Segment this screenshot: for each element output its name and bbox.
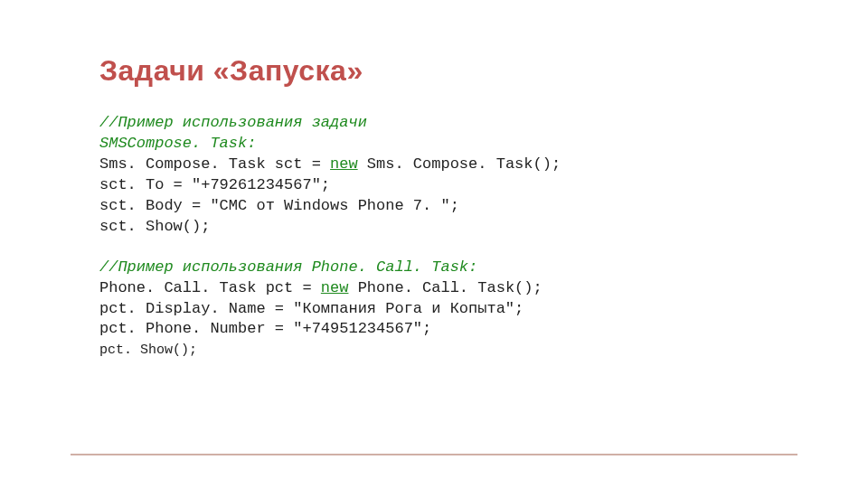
divider (71, 454, 797, 455)
code-line: sct. Show(); (99, 218, 210, 235)
code-text: Phone. Call. Task pct = (99, 279, 321, 296)
code-block-phonecall: //Пример использования Phone. Call. Task… (99, 258, 769, 361)
code-line: pct. Show(); (99, 343, 197, 358)
keyword-new: new (330, 155, 358, 173)
code-line: sct. To = "+79261234567"; (99, 176, 330, 193)
code-text: Phone. Call. Task(); (348, 279, 542, 296)
code-text: Sms. Compose. Task sct = (99, 155, 330, 173)
comment-line: //Пример использования Phone. Call. Task… (99, 258, 477, 276)
keyword-new: new (321, 279, 349, 296)
code-line: Phone. Call. Task pct = new Phone. Call.… (99, 279, 542, 296)
code-text: Sms. Compose. Task(); (358, 155, 561, 173)
code-line: sct. Body = "СМС от Windows Phone 7. "; (99, 197, 459, 214)
code-block-sms: //Пример использования задачи SMSCompose… (99, 113, 769, 238)
slide-title: Задачи «Запуска» (99, 54, 769, 88)
code-line: Sms. Compose. Task sct = new Sms. Compos… (99, 155, 561, 173)
code-line: pct. Phone. Number = "+74951234567"; (99, 320, 431, 337)
comment-line: //Пример использования задачи (99, 114, 367, 131)
code-line: pct. Display. Name = "Компания Рога и Ко… (99, 300, 524, 317)
comment-line: SMSCompose. Task: (99, 135, 256, 152)
slide: Задачи «Запуска» //Пример использования … (0, 0, 868, 488)
